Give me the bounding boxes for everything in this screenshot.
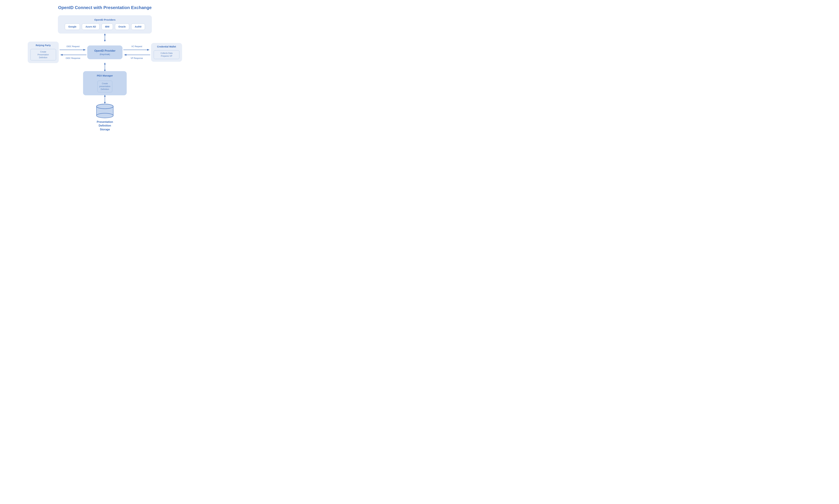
provider-azure: Azure AD <box>82 23 100 30</box>
relying-party-label: Relying Party <box>30 44 56 47</box>
storage-container: Presentation Definition Storage <box>95 103 115 131</box>
vp-response-label: VP Response <box>130 57 143 59</box>
storage-row: Presentation Definition Storage <box>4 103 206 131</box>
oidc-response-arrow: OIDC Response <box>59 53 86 59</box>
credential-wallet-dashed-box: Collects Data Prepares VP <box>154 50 179 59</box>
svg-marker-2 <box>104 34 106 35</box>
double-arrow-v-svg-2 <box>102 63 107 71</box>
svg-marker-1 <box>104 40 106 42</box>
main-title: OpenID Connect with Presentation Exchang… <box>4 5 206 10</box>
openid-providers-group: OpenID Providers Google Azure AD IBM Ora… <box>58 15 152 34</box>
credential-wallet-label: Credential Wallet <box>154 45 179 48</box>
svg-marker-6 <box>60 54 63 56</box>
openid-provider-title: OpenID Provider <box>92 49 118 53</box>
database-icon <box>95 103 115 119</box>
vp-response-svg <box>123 53 150 56</box>
double-arrow-v-svg <box>102 34 107 42</box>
vc-request-arrow: VC Request <box>123 45 150 52</box>
arrow-pex-to-storage <box>4 95 206 103</box>
left-arrows-section: OIDC Request OIDC Response <box>59 45 87 59</box>
oidc-response-label: OIDC Response <box>66 57 80 59</box>
credential-wallet-group: Credential Wallet Collects Data Prepares… <box>151 43 182 62</box>
oidc-request-arrow: OIDC Request <box>59 45 86 52</box>
svg-marker-10 <box>124 54 126 56</box>
provider-ibm: IBM <box>102 23 113 30</box>
svg-marker-4 <box>84 49 86 51</box>
arrow-oidc-to-pex <box>4 63 206 71</box>
oidc-response-svg <box>59 53 86 56</box>
vc-request-label: VC Request <box>131 45 142 48</box>
providers-row: Google Azure AD IBM Oracle Auth0 <box>62 23 148 30</box>
right-arrows-section: VC Request VP Response <box>123 45 151 59</box>
providers-group-label: OpenID Providers <box>62 18 148 21</box>
relying-party-dashed-box: CreatePresentationDefinition <box>30 49 56 60</box>
storage-label: Presentation Definition Storage <box>97 120 113 131</box>
pex-dashed-box: CreatepresentationDefinition <box>97 81 112 92</box>
svg-marker-8 <box>147 49 149 51</box>
provider-auth0: Auth0 <box>131 23 145 30</box>
down-arrow-svg <box>102 95 107 104</box>
openid-provider-subtitle: (Keycloak) <box>92 53 118 56</box>
svg-marker-16 <box>104 95 106 97</box>
pex-manager-box: PEX Manager CreatepresentationDefinition <box>83 71 127 95</box>
oidc-request-label: OIDC Request <box>67 45 79 48</box>
pex-manager-label: PEX Manager <box>87 74 123 77</box>
relying-party-group: Relying Party CreatePresentationDefiniti… <box>28 42 59 63</box>
arrow-providers-to-oidc <box>4 34 206 42</box>
oidc-request-svg <box>59 48 86 52</box>
pex-row: PEX Manager CreatepresentationDefinition <box>4 71 206 95</box>
provider-google: Google <box>65 23 80 30</box>
middle-row: Relying Party CreatePresentationDefiniti… <box>4 42 206 63</box>
openid-provider-box: OpenID Provider (Keycloak) <box>87 46 123 59</box>
vc-request-svg <box>123 48 150 52</box>
svg-marker-13 <box>104 63 106 65</box>
diagram-container: OpenID Connect with Presentation Exchang… <box>4 3 206 131</box>
provider-oracle: Oracle <box>115 23 129 30</box>
svg-point-19 <box>96 113 113 118</box>
vp-response-arrow: VP Response <box>123 53 150 59</box>
